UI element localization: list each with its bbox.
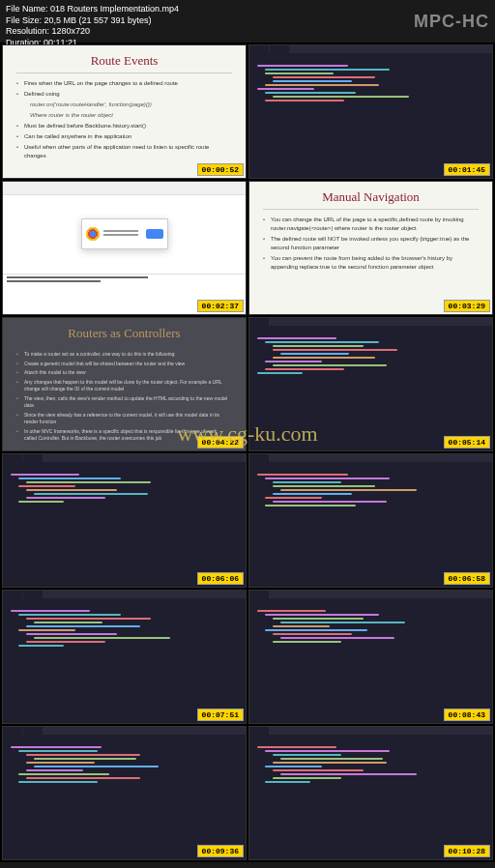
- bullet: Defined using: [16, 90, 232, 99]
- thumbnail-9[interactable]: 00:07:51: [2, 590, 247, 724]
- slide-bullets: You can change the URL of the page to a …: [263, 216, 479, 272]
- bullet: Create a generic model that will be shar…: [16, 361, 232, 368]
- timestamp: 00:04:22: [197, 436, 244, 448]
- browser-toolbar: [3, 182, 246, 195]
- slide-title: Manual Navigation: [263, 189, 479, 210]
- thumbnail-grid: Route Events Fires when the URL on the p…: [0, 43, 495, 862]
- bullet: Fires when the URL on the page changes t…: [16, 79, 232, 88]
- thumbnail-11[interactable]: 00:09:36: [2, 726, 247, 860]
- resolution-label: Resolution:: [6, 26, 49, 36]
- dev-console: [3, 274, 246, 301]
- bullet: Can be called anywhere in the applicatio…: [16, 132, 232, 141]
- bullet: Useful when other parts of the applicati…: [16, 143, 232, 160]
- filename-label: File Name:: [6, 4, 48, 14]
- thumbnail-2[interactable]: 00:01:45: [248, 44, 493, 179]
- bullet: Where router is the router object: [16, 111, 232, 120]
- timestamp: 00:09:36: [197, 845, 244, 857]
- thumbnail-10[interactable]: 00:08:43: [248, 590, 493, 724]
- thumbnail-6[interactable]: 00:05:14: [248, 317, 493, 451]
- code-content: [3, 598, 246, 652]
- editor-tabs: [249, 727, 492, 735]
- editor-tabs: [3, 454, 246, 462]
- timestamp: 00:05:14: [444, 436, 490, 448]
- slide-title: Routers as Controllers: [16, 326, 232, 345]
- code-content: [3, 462, 246, 508]
- app-logo: MPC-HC: [414, 12, 489, 32]
- editor-tabs: [3, 727, 246, 735]
- editor-tabs: [249, 454, 492, 462]
- slide-title: Route Events: [16, 53, 232, 73]
- filesize-value: 20,5 MB (21 557 391 bytes): [44, 15, 152, 25]
- editor-tabs: [249, 591, 492, 598]
- timestamp: 00:10:28: [444, 845, 490, 857]
- bullet: Any changes that happen to this model wi…: [16, 379, 232, 393]
- editor-tabs: [3, 591, 246, 598]
- slide-bullets: To make a router act as a controller, on…: [16, 351, 232, 443]
- thumbnail-4[interactable]: Manual Navigation You can change the URL…: [248, 181, 493, 315]
- bullet: You can change the URL of the page to a …: [263, 216, 479, 233]
- file-metadata: File Name: 018 Routers Implementation.mp…: [6, 4, 179, 49]
- bullet: The defined route will NOT be invoked un…: [263, 235, 479, 252]
- editor-tabs: [249, 318, 492, 326]
- timestamp: 00:07:51: [197, 709, 244, 721]
- slide-bullets: Fires when the URL on the page changes t…: [16, 79, 232, 160]
- bullet: The view, then, calls the view's render …: [16, 395, 232, 410]
- slide-content: Manual Navigation You can change the URL…: [249, 182, 492, 281]
- chrome-icon: [86, 227, 100, 241]
- timestamp: 00:06:58: [444, 572, 490, 585]
- filename-value: 018 Routers Implementation.mp4: [50, 4, 179, 14]
- bullet: To make a router act as a controller, on…: [16, 351, 232, 359]
- thumbnail-1[interactable]: Route Events Fires when the URL on the p…: [2, 44, 247, 179]
- bullet: Attach this model to the view: [16, 369, 232, 377]
- info-header: File Name: 018 Routers Implementation.mp…: [0, 0, 495, 43]
- bullet: Must be defined before Backbone.history.…: [16, 122, 232, 130]
- dialog-text: [103, 230, 142, 238]
- filesize-label: File Size:: [6, 15, 42, 25]
- thumbnail-12[interactable]: 00:10:28: [248, 726, 493, 860]
- timestamp: 00:01:45: [444, 163, 490, 176]
- timestamp: 00:08:43: [444, 709, 490, 721]
- slide-content: Route Events Fires when the URL on the p…: [3, 45, 246, 170]
- code-content: [249, 53, 492, 107]
- thumbnail-3[interactable]: 00:02:37: [2, 181, 247, 315]
- code-content: [249, 598, 492, 649]
- bullet: Since the view already has a reference t…: [16, 412, 232, 426]
- browser-dialog: [81, 218, 168, 249]
- code-content: [249, 462, 492, 512]
- timestamp: 00:00:52: [197, 163, 244, 176]
- dialog-ok-button: [146, 229, 163, 239]
- code-content: [249, 735, 492, 789]
- bullet: You can prevent the route from being add…: [263, 254, 479, 272]
- timestamp: 00:03:29: [444, 300, 490, 312]
- resolution-value: 1280x720: [52, 26, 91, 36]
- thumbnail-8[interactable]: 00:06:58: [248, 453, 493, 588]
- timestamp: 00:06:06: [197, 572, 244, 585]
- timestamp: 00:02:37: [197, 300, 244, 312]
- thumbnail-7[interactable]: 00:06:06: [2, 453, 247, 588]
- slide-content: Routers as Controllers To make a router …: [3, 318, 246, 451]
- code-content: [3, 735, 246, 789]
- bullet: router.on('route:routeHandler', function…: [16, 101, 232, 109]
- thumbnail-5[interactable]: Routers as Controllers To make a router …: [2, 317, 247, 451]
- editor-tabs: [249, 45, 492, 53]
- browser-window: [3, 182, 246, 314]
- code-content: [249, 326, 492, 380]
